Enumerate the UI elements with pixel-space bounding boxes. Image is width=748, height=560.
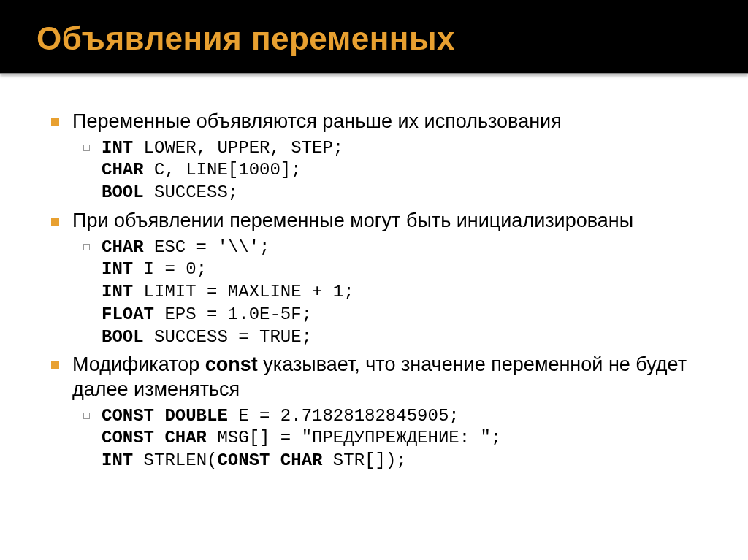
bullet-2-text: При объявлении переменные могут быть ини…: [72, 209, 633, 234]
slide-content: Переменные объявляются раньше их использ…: [0, 74, 748, 499]
bullet-1: Переменные объявляются раньше их использ…: [51, 110, 704, 134]
code-2: char esc = '\\'; int i = 0; int limit = …: [102, 237, 354, 349]
bullet-3-text: Модификатор const указывает, что значени…: [72, 353, 704, 402]
code-block-3: const double e = 2.71828182845905; const…: [83, 405, 704, 472]
code-block-2: char esc = '\\'; int i = 0; int limit = …: [83, 237, 704, 349]
slide-header: Объявления переменных: [0, 0, 748, 74]
bullet-3: Модификатор const указывает, что значени…: [51, 353, 704, 402]
bullet-icon: [51, 118, 59, 126]
bullet-icon: [51, 361, 59, 369]
code-1: int lower, upper, step; char c, line[100…: [102, 137, 343, 204]
sub-bullet-icon: [83, 244, 90, 250]
bullet-2: При объявлении переменные могут быть ини…: [51, 209, 704, 234]
slide-title: Объявления переменных: [37, 20, 711, 57]
code-3: const double e = 2.71828182845905; const…: [102, 405, 501, 472]
bullet-icon: [51, 218, 59, 226]
sub-bullet-icon: [83, 145, 90, 151]
bullet-1-text: Переменные объявляются раньше их использ…: [72, 110, 562, 134]
sub-bullet-icon: [83, 413, 90, 419]
code-block-1: int lower, upper, step; char c, line[100…: [83, 137, 704, 204]
